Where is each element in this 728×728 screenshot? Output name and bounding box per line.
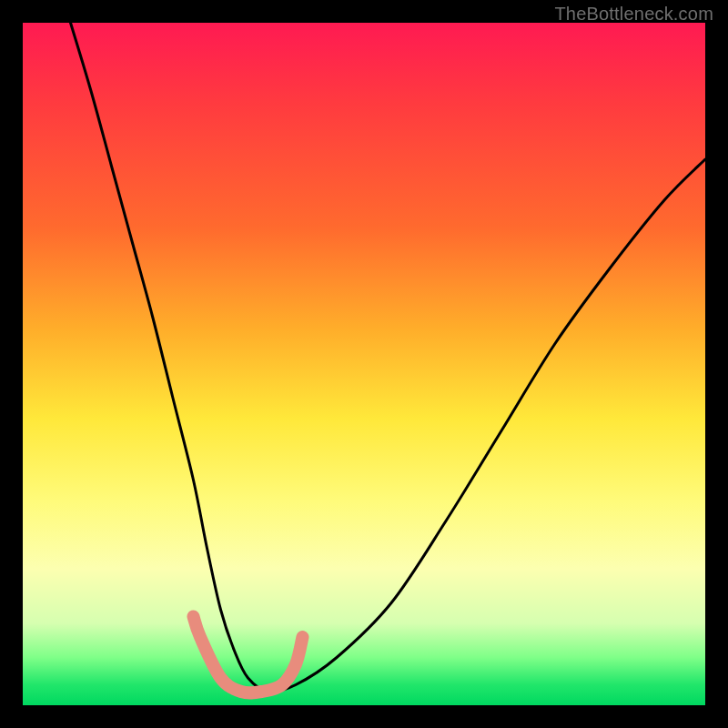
bottleneck-curve: [71, 23, 706, 692]
chart-plot-area: [23, 23, 705, 705]
bottleneck-range-markers: [194, 617, 303, 693]
chart-svg: [23, 23, 705, 705]
watermark-text: TheBottleneck.com: [554, 4, 713, 25]
